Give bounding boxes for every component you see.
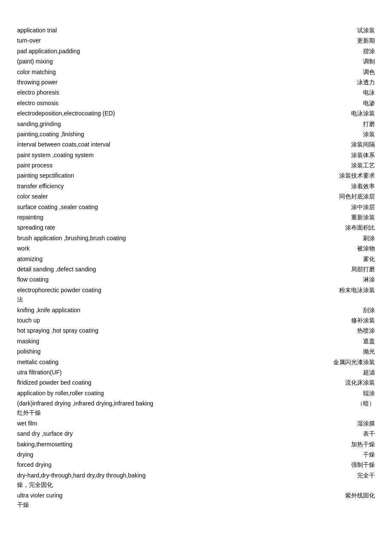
term-english: interval between coats,coat interval xyxy=(17,140,110,149)
term-row: painting sepctification涂装技术要求 xyxy=(17,171,375,180)
term-row: surface coating ,sealer coating涂中涂层 xyxy=(17,202,375,212)
term-chinese: 涂装体系 xyxy=(351,150,375,160)
term-chinese: 淋涂 xyxy=(363,275,375,284)
term-row: knifing ,knife application刮涂 xyxy=(17,305,375,315)
term-chinese: 抛光 xyxy=(363,347,375,356)
term-row: forced drying强制干燥 xyxy=(17,460,375,469)
term-row: baking,thermosetting加热干燥 xyxy=(17,440,375,449)
term-english: (dark)infrared drying ,infrared drying,i… xyxy=(17,399,153,408)
term-english: flow coating xyxy=(17,275,49,284)
term-chinese: 揩涂 xyxy=(363,46,375,56)
term-english: utra filtration(UF) xyxy=(17,368,62,377)
term-english: polishing xyxy=(17,347,40,356)
terms-list: application trial试涂装turn-over更新期pad appl… xyxy=(17,26,375,509)
term-english: repainting xyxy=(17,213,43,222)
term-english: application by roller,roller coating xyxy=(17,388,104,398)
term-row: (paint) mixing调制 xyxy=(17,57,375,66)
term-chinese: （暗） xyxy=(357,399,375,408)
term-chinese: 更新期 xyxy=(357,36,375,45)
term-english: work xyxy=(17,244,30,253)
term-row: throwing power泳透力 xyxy=(17,78,375,87)
term-chinese: 修补涂装 xyxy=(351,316,375,325)
term-row: painting,coating ,finishing涂装 xyxy=(17,129,375,139)
term-english: flridized powder bed coating xyxy=(17,378,91,387)
term-chinese: 涂中涂层 xyxy=(351,202,375,212)
term-continuation: 干燥 xyxy=(17,500,375,509)
term-chinese: 重新涂装 xyxy=(351,213,375,222)
term-row: brush application ,brushing,brush coatin… xyxy=(17,233,375,243)
term-chinese: 涂着效率 xyxy=(351,181,375,191)
term-row: electro phoresis电泳 xyxy=(17,88,375,97)
term-english: brush application ,brushing,brush coatin… xyxy=(17,233,126,243)
term-chinese: 刮涂 xyxy=(363,305,375,315)
term-chinese: 被涂物 xyxy=(357,244,375,253)
term-chinese: 调色 xyxy=(363,67,375,77)
term-english: electrodeposition,electrocoating (ED) xyxy=(17,109,115,118)
term-english: paint process xyxy=(17,161,52,170)
term-chinese: 紫外线固化 xyxy=(345,491,375,500)
term-english: electro phoresis xyxy=(17,88,59,97)
term-chinese: 强制干燥 xyxy=(351,460,375,469)
term-chinese: 局部打磨 xyxy=(351,265,375,274)
term-row: atomizing雾化 xyxy=(17,254,375,264)
term-chinese: 表干 xyxy=(363,429,375,438)
term-english: (paint) mixing xyxy=(17,57,53,66)
term-row: color matching调色 xyxy=(17,67,375,77)
term-row: work被涂物 xyxy=(17,244,375,253)
term-english: knifing ,knife application xyxy=(17,305,81,315)
term-continuation: 法 xyxy=(17,295,375,304)
term-english: turn-over xyxy=(17,36,41,45)
term-chinese: 同色封底涂层 xyxy=(339,192,375,201)
term-row: detail sanding ,defect sanding局部打磨 xyxy=(17,265,375,274)
term-row: electrodeposition,electrocoating (ED)电泳涂… xyxy=(17,109,375,118)
term-row: paint process涂装工艺 xyxy=(17,161,375,170)
term-chinese: 试涂装 xyxy=(357,26,375,35)
term-english: surface coating ,sealer coating xyxy=(17,202,98,212)
term-chinese: 涂装工艺 xyxy=(351,161,375,170)
term-chinese: 流化床涂装 xyxy=(345,378,375,387)
term-row: drying干燥 xyxy=(17,450,375,459)
term-row: transfer efficiency涂着效率 xyxy=(17,181,375,191)
term-row: application by roller,roller coating辊涂 xyxy=(17,388,375,398)
term-row: turn-over更新期 xyxy=(17,36,375,45)
term-english: electrophorectic powder coating xyxy=(17,285,101,295)
term-chinese: 粉末电泳涂装 xyxy=(339,285,375,295)
term-row: wet film湿涂膜 xyxy=(17,419,375,428)
term-row: flridized powder bed coating流化床涂装 xyxy=(17,378,375,387)
term-row-multiline: (dark)infrared drying ,infrared drying,i… xyxy=(17,399,375,418)
term-chinese: 干燥 xyxy=(363,450,375,459)
term-chinese: 调制 xyxy=(363,57,375,66)
term-row: repainting重新涂装 xyxy=(17,213,375,222)
term-english: touch up xyxy=(17,316,40,325)
term-english: sanding,grinding xyxy=(17,119,61,129)
term-row: polishing抛光 xyxy=(17,347,375,356)
term-row: utra filtration(UF)超滤 xyxy=(17,368,375,377)
term-english: hot spraying ,hot spray coating xyxy=(17,326,98,335)
term-english: spreading rate xyxy=(17,223,55,232)
term-row: sand dry ,surface dry表干 xyxy=(17,429,375,438)
term-row: touch up修补涂装 xyxy=(17,316,375,325)
term-english: ultra violer curing xyxy=(17,491,63,500)
term-english: painting sepctification xyxy=(17,171,74,180)
term-chinese: 电泳 xyxy=(363,88,375,97)
term-english: wet film xyxy=(17,419,37,428)
term-english: mettalic coating xyxy=(17,357,58,367)
term-english: pad application,padding xyxy=(17,46,80,56)
term-chinese: 泳透力 xyxy=(357,78,375,87)
term-english: masking xyxy=(17,336,39,346)
term-english: sand dry ,surface dry xyxy=(17,429,73,438)
term-english: transfer efficiency xyxy=(17,181,63,191)
term-english: atomizing xyxy=(17,254,43,264)
term-english: electro osmosis xyxy=(17,98,58,108)
term-english: detail sanding ,defect sanding xyxy=(17,265,96,274)
term-english: throwing power xyxy=(17,78,58,87)
term-english: application trial xyxy=(17,26,57,35)
term-chinese: 刷涂 xyxy=(363,233,375,243)
term-english: dry-hard,dry-through,hard dry,dry throug… xyxy=(17,471,146,480)
term-chinese: 涂布面积比 xyxy=(345,223,375,232)
term-row: interval between coats,coat interval涂装间隔 xyxy=(17,140,375,149)
term-chinese: 涂装技术要求 xyxy=(339,171,375,180)
term-row: color sealer同色封底涂层 xyxy=(17,192,375,201)
term-english: color matching xyxy=(17,67,56,77)
term-chinese: 电渗 xyxy=(363,98,375,108)
